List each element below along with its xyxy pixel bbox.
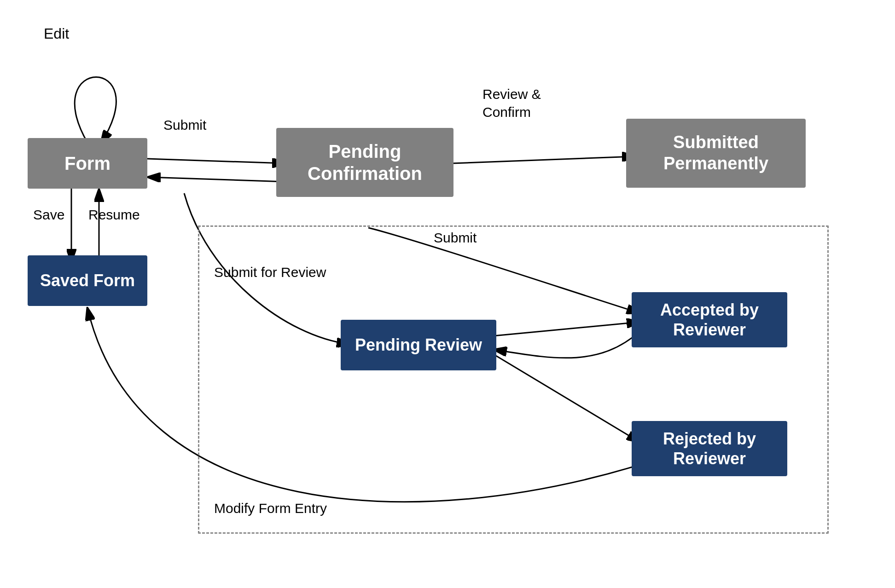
submitted-permanently-state: SubmittedPermanently (626, 119, 806, 188)
accepted-by-reviewer-state: Accepted byReviewer (632, 292, 787, 347)
form-state: Form (28, 138, 147, 189)
save-label: Save (33, 207, 64, 223)
pending-confirmation-state: PendingConfirmation (276, 128, 453, 197)
saved-form-state: Saved Form (28, 255, 147, 306)
edit-label: Edit (44, 25, 69, 42)
resume-label: Resume (88, 207, 140, 223)
svg-line-1 (147, 159, 285, 163)
pending-review-state: Pending Review (341, 320, 496, 370)
submit-label-2: Submit (434, 230, 477, 246)
svg-line-2 (148, 177, 285, 182)
review-confirm-label: Review &Confirm (482, 85, 541, 121)
submit-label: Submit (163, 117, 206, 133)
rejected-by-reviewer-state: Rejected byReviewer (632, 421, 787, 476)
submit-for-review-label: Submit for Review (214, 265, 326, 280)
modify-form-entry-label: Modify Form Entry (214, 501, 327, 516)
diagram-container: Form Saved Form PendingConfirmation Subm… (0, 0, 895, 588)
svg-line-5 (452, 156, 634, 163)
